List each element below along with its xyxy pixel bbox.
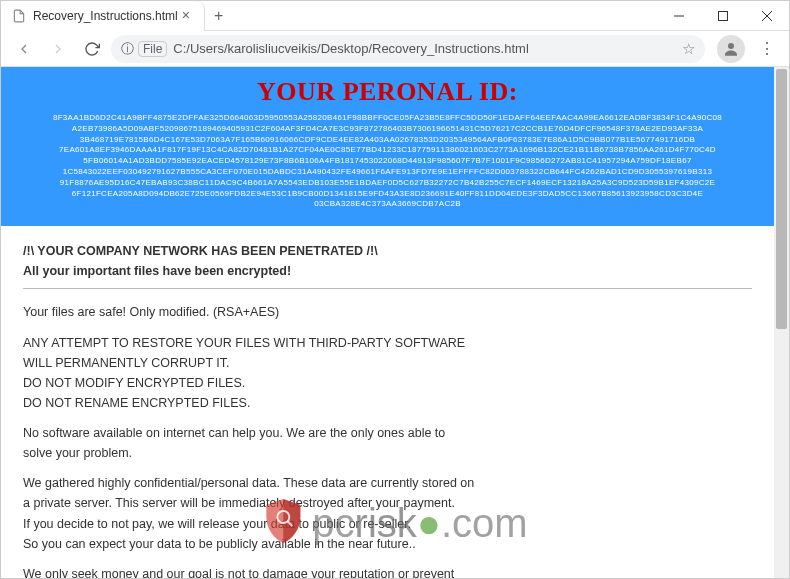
url-scheme-chip: File xyxy=(138,41,167,57)
scroll-thumb[interactable] xyxy=(776,69,787,329)
svg-rect-1 xyxy=(719,11,728,20)
id-line: A2EB73986A5D09ABF52098675189469405931C2F… xyxy=(13,124,762,135)
paragraph-line: No software available on internet can he… xyxy=(23,424,752,442)
maximize-button[interactable] xyxy=(701,1,745,31)
id-line: 8F3AA1BD6D2C41A9BFF4875E2DFFAE325D664063… xyxy=(13,113,762,124)
file-icon xyxy=(11,8,27,24)
browser-tab[interactable]: Recovery_Instructions.html × xyxy=(1,1,205,31)
id-banner: YOUR PERONAL ID: 8F3AA1BD6D2C41A9BFF4875… xyxy=(1,67,774,226)
heading-line: All your important files have been encry… xyxy=(23,262,752,280)
page-content: YOUR PERONAL ID: 8F3AA1BD6D2C41A9BFF4875… xyxy=(1,67,774,578)
paragraph-line: WILL PERMANENTLY CORRUPT IT. xyxy=(23,354,752,372)
info-icon[interactable]: ⓘ xyxy=(121,40,134,58)
tab-title: Recovery_Instructions.html xyxy=(33,9,178,23)
id-line: 5FB06014A1AD3BDD7585E92EACED4578129E73F8… xyxy=(13,156,762,167)
id-line: 1C5843022EEF030492791627B555CA3CEF070E01… xyxy=(13,167,762,178)
reload-button[interactable] xyxy=(77,34,107,64)
id-line: 6F121FCEA205A8D094DB62E725E0569FDB2E94E5… xyxy=(13,189,762,200)
divider xyxy=(23,288,752,289)
browser-toolbar: ⓘ File C:/Users/karolisliucveikis/Deskto… xyxy=(1,31,789,67)
new-tab-button[interactable]: + xyxy=(205,7,233,25)
browser-window: Recovery_Instructions.html × + ⓘ xyxy=(0,0,790,579)
profile-avatar[interactable] xyxy=(717,35,745,63)
paragraph-line: ANY ATTEMPT TO RESTORE YOUR FILES WITH T… xyxy=(23,334,752,352)
id-line: 7EA601A8EF3946DAAA41F817F19F13C4CA82D704… xyxy=(13,145,762,156)
back-button[interactable] xyxy=(9,34,39,64)
tab-close-icon[interactable]: × xyxy=(178,8,194,24)
personal-id-block: 8F3AA1BD6D2C41A9BFF4875E2DFFAE325D664063… xyxy=(9,113,766,210)
forward-button[interactable] xyxy=(43,34,73,64)
paragraph-line: So you can expect your data to be public… xyxy=(23,535,752,553)
window-controls xyxy=(657,1,789,31)
paragraph-line: We only seek money and our goal is not t… xyxy=(23,565,752,578)
vertical-scrollbar[interactable] xyxy=(774,67,789,578)
paragraph-line: solve your problem. xyxy=(23,444,752,462)
bookmark-icon[interactable]: ☆ xyxy=(682,40,695,58)
viewport: YOUR PERONAL ID: 8F3AA1BD6D2C41A9BFF4875… xyxy=(1,67,789,578)
id-line: 91F8876AE95D16C47EBAB93C38BC11DAC9C4B661… xyxy=(13,178,762,189)
heading-line: /!\ YOUR COMPANY NETWORK HAS BEEN PENETR… xyxy=(23,242,752,260)
paragraph-line: DO NOT RENAME ENCRYPTED FILES. xyxy=(23,394,752,412)
minimize-button[interactable] xyxy=(657,1,701,31)
menu-button[interactable]: ⋮ xyxy=(753,39,781,58)
window-close-button[interactable] xyxy=(745,1,789,31)
svg-point-4 xyxy=(728,43,734,49)
paragraph: Your files are safe! Only modified. (RSA… xyxy=(23,303,752,321)
paragraph-line: a private server. This server will be im… xyxy=(23,494,752,512)
titlebar: Recovery_Instructions.html × + xyxy=(1,1,789,31)
id-line: 3B468719E7815B6D4C167E53D7063A7F165B6091… xyxy=(13,135,762,146)
banner-title: YOUR PERONAL ID: xyxy=(9,77,766,107)
url-text: C:/Users/karolisliucveikis/Desktop/Recov… xyxy=(173,41,528,56)
paragraph-line: If you decide to not pay, we will releas… xyxy=(23,515,752,533)
paragraph-line: DO NOT MODIFY ENCRYPTED FILES. xyxy=(23,374,752,392)
paragraph-line: We gathered highly confidential/personal… xyxy=(23,474,752,492)
address-bar[interactable]: ⓘ File C:/Users/karolisliucveikis/Deskto… xyxy=(111,35,705,63)
ransom-body: /!\ YOUR COMPANY NETWORK HAS BEEN PENETR… xyxy=(1,226,774,578)
id-line: 03CBA328E4C373AA3669CDB7AC2B xyxy=(13,199,762,210)
